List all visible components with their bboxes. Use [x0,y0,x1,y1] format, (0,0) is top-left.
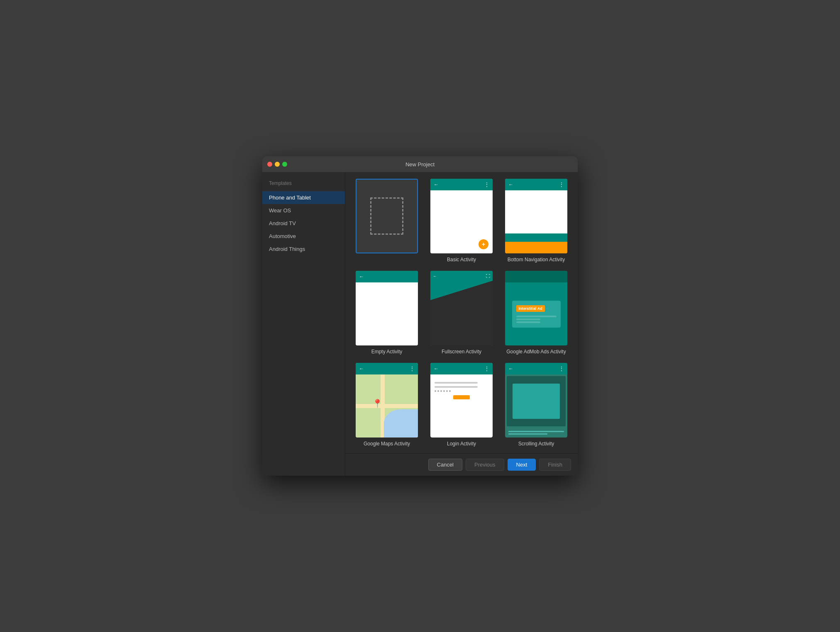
titlebar: New Project [262,156,578,172]
template-maps[interactable]: ← ⋮ 📍 [354,363,420,447]
back-arrow-icon5: ← [359,366,364,372]
bottom-nav-orange-bar [505,242,567,253]
maximize-button[interactable] [282,162,287,167]
template-preview-fullscreen: ← ⛶ [430,271,493,345]
bottom-nav-teal-bar [505,233,567,242]
cancel-button[interactable]: Cancel [428,459,462,471]
map-area: 📍 [356,374,418,438]
menu-icon6: ⋮ [484,366,489,372]
finish-button[interactable]: Finish [539,459,571,471]
back-arrow-icon4: ← [433,274,437,278]
template-label-bottom-nav: Bottom Navigation Activity [508,257,565,263]
login-dots [435,390,488,392]
template-basic-activity[interactable]: ← ⋮ + Basic Activity [428,179,495,263]
template-preview-bottom-nav: ← ⋮ [505,179,567,253]
login-dot6 [449,390,451,392]
bottom-nav-topbar: ← ⋮ [505,179,567,190]
sidebar: Templates Phone and Tablet Wear OS Andro… [262,172,345,476]
basic-content: + [430,190,493,253]
fab-icon: + [479,239,488,249]
template-label-empty: Empty Activity [371,349,403,355]
sidebar-item-automotive[interactable]: Automotive [262,230,345,243]
template-admob[interactable]: Interstitial Ad Google AdMob Ads Activit… [503,271,569,355]
template-preview-no-activity: No Activity [356,179,418,253]
expand-icon: ⛶ [486,274,490,278]
next-button[interactable]: Next [508,459,536,471]
login-dot2 [437,390,439,392]
interstitial-label: Interstitial Ad [516,305,545,312]
interstitial-card: Interstitial Ad [512,301,561,328]
basic-topbar: ← ⋮ [430,179,493,190]
template-fullscreen[interactable]: ← ⛶ Fullscreen Activity [428,271,495,355]
traffic-lights [267,162,287,167]
template-preview-basic: ← ⋮ + [430,179,493,253]
window-title: New Project [405,161,435,168]
scrolling-line2 [508,433,547,435]
template-login[interactable]: ← ⋮ [428,363,495,447]
previous-button[interactable]: Previous [466,459,504,471]
login-content [430,374,493,438]
dashed-rect-icon [370,197,403,235]
diagonal-bg [430,281,493,345]
admob-topbar [505,271,567,282]
scrolling-topbar: ← ⋮ [505,363,567,374]
maps-visual: ← ⋮ 📍 [356,363,418,438]
template-preview-admob: Interstitial Ad [505,271,567,345]
scrolling-content-box [507,376,566,426]
interstitial-line3 [516,321,540,323]
map-water [384,409,418,438]
template-preview-scrolling: ← ⋮ [505,363,567,438]
empty-content [356,282,418,345]
template-empty-activity[interactable]: ← Empty Activity [354,271,420,355]
template-label-login: Login Activity [447,441,476,447]
scrolling-lines [505,428,567,438]
sidebar-item-android-things[interactable]: Android Things [262,243,345,255]
selected-label: No Activity [357,253,417,253]
login-visual: ← ⋮ [430,363,493,438]
back-arrow-icon: ← [434,182,439,187]
template-preview-empty: ← [356,271,418,345]
back-arrow-icon2: ← [508,182,513,187]
templates-grid: No Activity ← ⋮ + [345,172,578,453]
back-arrow-icon3: ← [359,274,364,280]
login-btn-visual [453,395,470,399]
content-area: Templates Phone and Tablet Wear OS Andro… [262,172,578,476]
template-preview-login: ← ⋮ [430,363,493,438]
login-dot3 [440,390,442,392]
map-pin-icon: 📍 [372,399,383,408]
template-preview-maps: ← ⋮ 📍 [356,363,418,438]
template-scrolling[interactable]: ← ⋮ Scrolling Activity [503,363,569,447]
sidebar-item-phone-tablet[interactable]: Phone and Tablet [262,191,345,204]
back-arrow-icon6: ← [434,366,439,372]
template-label-basic: Basic Activity [447,257,476,263]
scrolling-inner [513,384,560,419]
maps-topbar: ← ⋮ [356,363,418,374]
basic-activity-visual: ← ⋮ + [430,179,493,253]
back-arrow-icon7: ← [508,366,513,372]
login-line1 [435,382,478,384]
close-button[interactable] [267,162,272,167]
template-bottom-nav[interactable]: ← ⋮ Bottom Navigation Activity [503,179,569,263]
admob-screen: Interstitial Ad [505,282,567,345]
sidebar-item-android-tv[interactable]: Android TV [262,217,345,230]
interstitial-line2 [516,318,540,320]
sidebar-item-wear-os[interactable]: Wear OS [262,204,345,217]
bottom-nav-visual: ← ⋮ [505,179,567,253]
template-no-activity[interactable]: No Activity [354,179,420,263]
template-label-scrolling: Scrolling Activity [518,441,554,447]
menu-icon5: ⋮ [410,366,415,372]
minimize-button[interactable] [275,162,280,167]
empty-activity-visual: ← [356,271,418,345]
login-topbar: ← ⋮ [430,363,493,374]
template-label-maps: Google Maps Activity [364,441,410,447]
no-activity-visual [357,180,417,253]
login-line2 [435,386,478,388]
bottom-nav-content [505,190,567,233]
login-dot4 [443,390,445,392]
diagonal-overlay [430,281,493,345]
menu-icon7: ⋮ [559,366,564,372]
login-dot1 [435,390,436,392]
empty-topbar: ← [356,271,418,282]
template-label-admob: Google AdMob Ads Activity [506,349,566,355]
admob-visual: Interstitial Ad [505,271,567,345]
